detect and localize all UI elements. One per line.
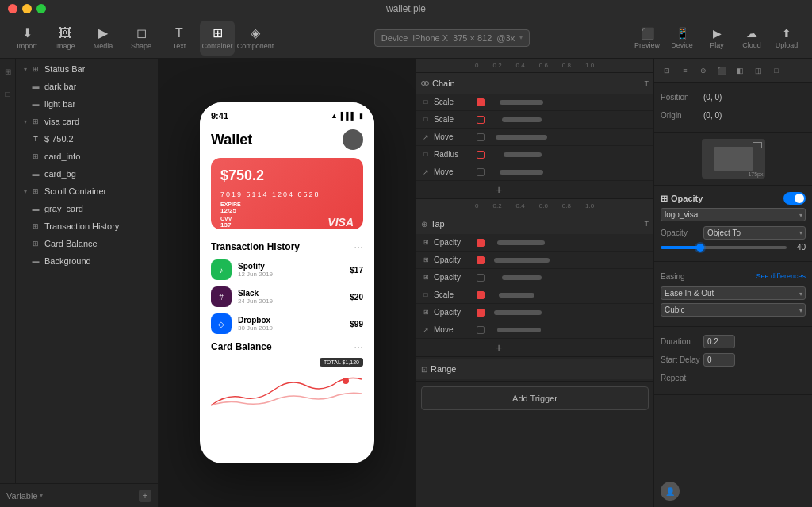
layer-item-background[interactable]: ▬ Background <box>16 252 158 270</box>
thumbnail-resize-handle[interactable] <box>753 142 762 148</box>
tap-track-opacity1[interactable]: ⊞ Opacity <box>416 234 653 252</box>
scale2-bar-area <box>488 114 653 125</box>
layer-item-dark-bar[interactable]: ▬ dark bar <box>16 78 158 95</box>
right-tool-5[interactable]: ◧ <box>732 63 748 79</box>
opacity4-toggle[interactable] <box>477 309 485 317</box>
see-differences-link[interactable]: See differences <box>756 272 806 280</box>
scale1-toggle[interactable] <box>477 98 485 106</box>
upload-icon: ⬆ <box>782 27 791 40</box>
right-tool-4[interactable]: ⬛ <box>714 63 730 79</box>
layer-item-gray-card[interactable]: ▬ gray_card <box>16 200 158 217</box>
layer-item-status-bar[interactable]: ▾ ⊞ Status Bar <box>16 60 158 78</box>
tap-track-scale[interactable]: □ Scale <box>416 286 653 304</box>
move1-icon: ↗ <box>421 133 431 142</box>
tap-track-opacity3[interactable]: ⊞ Opacity <box>416 269 653 286</box>
tap-title: Tap <box>431 219 445 229</box>
minimize-button[interactable] <box>22 4 32 13</box>
tool-text-label: Text <box>173 42 186 50</box>
opacity3-icon: ⊞ <box>421 273 431 282</box>
layer-item-card-balance[interactable]: ⊞ Card Balance <box>16 235 158 252</box>
add-trigger-button[interactable]: Add Trigger <box>421 386 649 410</box>
main-area: ⊞ □ ▾ ⊞ Status Bar ▬ dark bar <box>0 59 812 507</box>
add-variable-button[interactable]: + <box>139 490 151 502</box>
opacity1-bar <box>497 240 545 245</box>
chain-ruler: 00.20.40.60.81.0 <box>416 59 653 73</box>
chain-add-button[interactable]: + <box>496 183 502 196</box>
opacity2-toggle[interactable] <box>477 256 485 264</box>
device-selector[interactable]: Device iPhone X 375 × 812 @3x ▾ <box>374 29 530 47</box>
tap-move-toggle[interactable] <box>477 326 485 334</box>
tap-scale-name: Scale <box>434 290 473 299</box>
layer-item-visa-card[interactable]: ▾ ⊞ visa card <box>16 113 158 130</box>
tool-component[interactable]: ◈ Component <box>238 21 273 56</box>
layer-item-scroll-container[interactable]: ▾ ⊞ Scroll Container <box>16 182 158 200</box>
right-tool-2[interactable]: ≡ <box>677 63 693 79</box>
tap-track-move[interactable]: ↗ Move <box>416 321 653 339</box>
tap-add-button[interactable]: + <box>496 341 502 354</box>
range-section-header[interactable]: ⊡ Range <box>416 359 653 379</box>
tap-scale-toggle[interactable] <box>477 291 485 299</box>
right-tool-6[interactable]: ◫ <box>750 63 766 79</box>
scale2-toggle[interactable] <box>477 116 485 124</box>
easing-value-row: Ease In & Out <box>661 286 806 300</box>
preview-button[interactable]: ⬛ Preview <box>631 21 663 56</box>
opacity3-toggle[interactable] <box>477 274 485 282</box>
opacity-toggle[interactable] <box>783 192 806 205</box>
start-delay-field[interactable]: 0 <box>703 353 735 367</box>
mobile-content: Wallet $750.2 7019 5114 1204 0528 EXPIRE… <box>200 125 374 463</box>
tool-media[interactable]: ▶ Media <box>86 21 121 56</box>
device-button[interactable]: 📱 Device <box>666 21 698 56</box>
chain-section-header[interactable]: Chain T <box>416 73 653 94</box>
right-panel-toolbar: ⊡ ≡ ⊕ ⬛ ◧ ◫ □ <box>654 59 812 83</box>
chain-track-scale1[interactable]: □ Scale <box>416 94 653 111</box>
scale1-icon: □ <box>421 98 431 107</box>
tool-component-label: Component <box>237 42 274 50</box>
element-select[interactable]: logo_visa <box>661 208 806 221</box>
right-tool-1[interactable]: ⊡ <box>659 63 675 79</box>
maximize-button[interactable] <box>36 4 46 13</box>
chain-track-move2[interactable]: ↗ Move <box>416 163 653 181</box>
layer-item-card-bg[interactable]: ▬ card_bg <box>16 165 158 182</box>
right-tool-3[interactable]: ⊕ <box>695 63 711 79</box>
radius-toggle[interactable] <box>477 151 485 159</box>
user-avatar[interactable]: 👤 <box>661 482 680 501</box>
move2-toggle[interactable] <box>477 168 485 176</box>
tool-image[interactable]: 🖼 Image <box>48 21 82 56</box>
easing-type-select[interactable]: Cubic <box>661 303 806 317</box>
opacity1-toggle[interactable] <box>477 239 485 247</box>
opacity-mode-select[interactable]: Object To <box>703 226 806 240</box>
easing-select[interactable]: Ease In & Out <box>661 286 806 300</box>
move1-toggle[interactable] <box>477 133 485 141</box>
tap-track-opacity2[interactable]: ⊞ Opacity <box>416 252 653 269</box>
tool-container[interactable]: ⊞ Container <box>200 21 235 56</box>
canvas[interactable]: 9:41 ▲ ▌▌▌ ▮ Wallet $750.2 7019 5114 120… <box>159 59 416 507</box>
layer-item-amount[interactable]: T $ 750.2 <box>16 130 158 148</box>
layer-item-transaction-history[interactable]: ⊞ Transaction History <box>16 217 158 235</box>
expire-label: EXPIRE <box>220 202 241 207</box>
tap-collapse-icon: T <box>645 220 649 228</box>
chain-track-radius[interactable]: □ Radius <box>416 146 653 163</box>
tool-shape[interactable]: ◻ Shape <box>124 21 159 56</box>
play-button[interactable]: ▶ Play <box>701 21 733 56</box>
svg-point-0 <box>343 378 349 384</box>
layer-item-light-bar[interactable]: ▬ light bar <box>16 95 158 113</box>
variable-dropdown[interactable]: Variable ▾ <box>6 491 43 501</box>
close-button[interactable] <box>8 4 17 13</box>
layer-item-card-info[interactable]: ⊞ card_info <box>16 148 158 165</box>
tap-track-opacity4[interactable]: ⊞ Opacity <box>416 304 653 321</box>
opacity-slider[interactable] <box>661 246 787 249</box>
chain-track-move1[interactable]: ↗ Move <box>416 129 653 146</box>
scale2-icon: □ <box>421 115 431 125</box>
cloud-button[interactable]: ☁ Cloud <box>736 21 768 56</box>
duration-field[interactable]: 0.2 <box>703 335 735 348</box>
tool-import-label: Import <box>17 42 37 50</box>
tap-section: 00.20.40.60.81.0 ⊕ Tap T ⊞ Opacity ⊞ Opa… <box>416 199 653 357</box>
chain-track-scale2[interactable]: □ Scale <box>416 111 653 129</box>
tap-section-header[interactable]: ⊕ Tap T <box>416 213 653 234</box>
tool-text[interactable]: T Text <box>162 21 197 56</box>
upload-button[interactable]: ⬆ Upload <box>771 21 802 56</box>
layers-icon[interactable]: ⊞ <box>2 65 14 78</box>
assets-icon[interactable]: □ <box>2 87 14 100</box>
tool-import[interactable]: ⬇ Import <box>10 21 44 56</box>
right-tool-7[interactable]: □ <box>768 63 784 79</box>
